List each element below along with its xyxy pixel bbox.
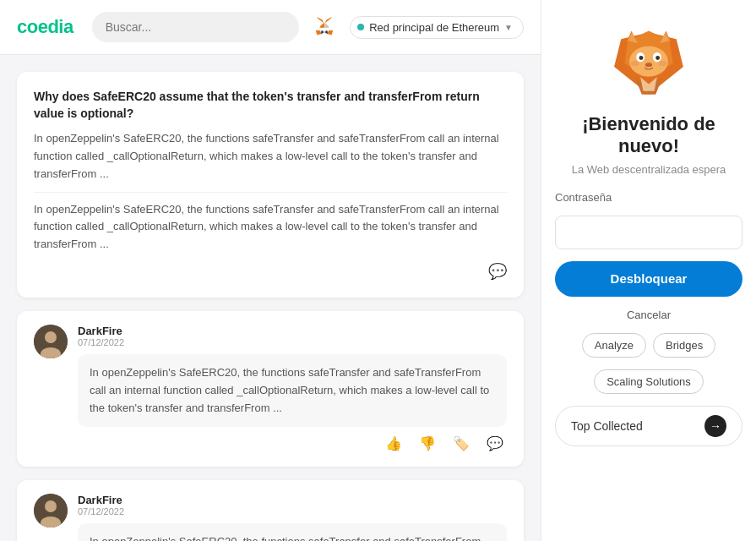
- reply-actions-1: 👍 👎 🏷️ 💬: [78, 434, 507, 453]
- analyze-tag[interactable]: Analyze: [582, 333, 646, 358]
- cancel-link[interactable]: Cancelar: [627, 309, 671, 321]
- metamask-header-icon[interactable]: [309, 12, 340, 42]
- chevron-down-icon: ▼: [504, 23, 513, 32]
- arrow-right-icon: →: [704, 415, 726, 437]
- reply-card-2: DarkFire 07/12/2022 In openZeppelin's Sa…: [17, 480, 524, 541]
- question-body-2: In openZeppelin's SafeERC20, the functio…: [34, 192, 507, 254]
- welcome-title: ¡Bienvenido de nuevo!: [555, 113, 742, 158]
- svg-marker-5: [325, 23, 329, 27]
- svg-point-24: [655, 56, 660, 60]
- svg-marker-6: [322, 30, 324, 33]
- avatar-1: [34, 325, 68, 358]
- scaling-solutions-tag[interactable]: Scaling Solutions: [594, 369, 704, 394]
- unlock-button[interactable]: Desbloquear: [555, 261, 742, 297]
- reply-username-1: DarkFire: [78, 325, 507, 337]
- header: coedia Red principal de Ethereum ▼: [0, 0, 541, 55]
- question-body-1: In openZeppelin's SafeERC20, the functio…: [34, 130, 507, 183]
- password-label: Contraseña: [555, 191, 612, 204]
- reply-date-1: 07/12/2022: [78, 337, 507, 347]
- network-label: Red principal de Ethereum: [369, 21, 499, 34]
- bookmark-button-1[interactable]: 🏷️: [449, 434, 473, 453]
- network-status-dot: [357, 24, 364, 30]
- comment-button-1[interactable]: 💬: [483, 434, 507, 453]
- svg-marker-4: [320, 23, 324, 27]
- avatar-2: [34, 494, 68, 527]
- svg-marker-7: [325, 30, 328, 33]
- top-collected-button[interactable]: Top Collected →: [555, 406, 742, 446]
- search-input[interactable]: [92, 12, 299, 42]
- svg-point-12: [45, 500, 57, 512]
- reply-bubble-2: In openZeppelin's SafeERC20, the functio…: [78, 523, 507, 541]
- welcome-subtitle: La Web descentralizada espera: [555, 163, 742, 176]
- svg-point-9: [45, 331, 57, 343]
- svg-point-26: [631, 61, 639, 67]
- welcome-section: ¡Bienvenido de nuevo! La Web descentrali…: [555, 113, 742, 176]
- svg-marker-2: [328, 30, 333, 35]
- tag-row-2: Scaling Solutions: [555, 369, 742, 394]
- password-input[interactable]: [555, 216, 742, 249]
- svg-marker-0: [326, 18, 332, 23]
- reply-date-2: 07/12/2022: [78, 506, 507, 516]
- question-title: Why does SafeERC20 assume that the token…: [34, 89, 507, 122]
- main-content: Why does SafeERC20 assume that the token…: [0, 55, 541, 541]
- logo[interactable]: coedia: [17, 16, 73, 38]
- svg-point-23: [639, 56, 644, 60]
- svg-point-25: [645, 63, 652, 67]
- svg-marker-3: [316, 30, 321, 35]
- svg-point-27: [658, 61, 666, 67]
- bridges-tag[interactable]: Bridges: [653, 333, 715, 358]
- reply-bubble-1: In openZeppelin's SafeERC20, the functio…: [78, 354, 507, 427]
- reply-card-1: DarkFire 07/12/2022 In openZeppelin's Sa…: [17, 311, 524, 467]
- right-panel: ¡Bienvenido de nuevo! La Web descentrali…: [541, 0, 756, 541]
- reply-content-2: DarkFire 07/12/2022 In openZeppelin's Sa…: [78, 494, 507, 541]
- question-card: Why does SafeERC20 assume that the token…: [17, 72, 524, 298]
- left-panel: coedia Red principal de Ethereum ▼ Why: [0, 0, 541, 541]
- svg-marker-1: [318, 18, 324, 23]
- reply-content-1: DarkFire 07/12/2022 In openZeppelin's Sa…: [78, 325, 507, 453]
- thumbs-up-button-1[interactable]: 👍: [382, 434, 405, 453]
- metamask-fox: [606, 25, 691, 101]
- tag-row-1: Analyze Bridges: [555, 333, 742, 358]
- network-dropdown[interactable]: Red principal de Ethereum ▼: [350, 16, 524, 39]
- comment-icon[interactable]: 💬: [488, 262, 507, 281]
- thumbs-down-button-1[interactable]: 👎: [416, 434, 439, 453]
- top-collected-label: Top Collected: [571, 419, 643, 433]
- reply-username-2: DarkFire: [78, 494, 507, 506]
